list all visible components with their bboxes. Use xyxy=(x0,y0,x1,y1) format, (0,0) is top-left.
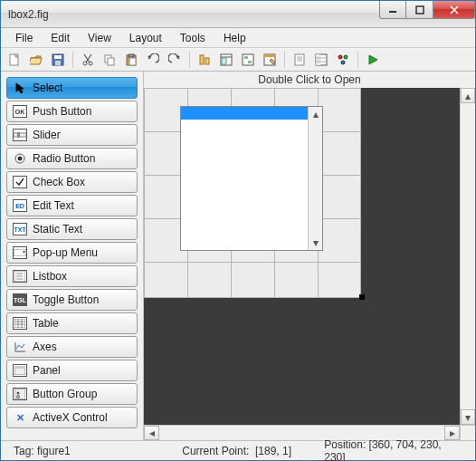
svg-point-33 xyxy=(341,61,345,64)
palette-activex[interactable]: ✕ ActiveX Control xyxy=(6,407,138,428)
align-button[interactable] xyxy=(195,51,214,69)
palette-axes[interactable]: Axes xyxy=(6,336,138,358)
palette-label: Radio Button xyxy=(33,152,95,165)
run-icon xyxy=(367,53,379,66)
scroll-track[interactable] xyxy=(461,103,475,409)
property-inspector-button[interactable] xyxy=(311,51,331,69)
menu-view[interactable]: View xyxy=(79,30,120,46)
paste-button[interactable] xyxy=(121,51,141,69)
palette-label: Push Button xyxy=(33,105,91,118)
palette-check-box[interactable]: Check Box xyxy=(6,171,138,193)
palette-radio-button[interactable]: Radio Button xyxy=(6,148,138,169)
palette-edit-text[interactable]: ED Edit Text xyxy=(6,195,138,216)
scroll-track[interactable] xyxy=(309,121,322,235)
separator xyxy=(189,52,190,68)
palette-label: Select xyxy=(33,82,62,94)
svg-rect-35 xyxy=(17,132,20,138)
undo-button[interactable] xyxy=(143,51,163,69)
edit-text-icon: ED xyxy=(13,199,27,212)
menu-tools[interactable]: Tools xyxy=(171,30,214,46)
palette-label: Button Group xyxy=(33,388,97,400)
object-browser-button[interactable] xyxy=(333,51,353,69)
separator xyxy=(72,52,73,68)
palette-toggle-button[interactable]: TGL Toggle Button xyxy=(6,289,138,311)
menu-file[interactable]: File xyxy=(6,30,42,46)
menu-editor-button[interactable] xyxy=(216,51,236,69)
save-icon xyxy=(52,53,64,66)
palette-button-group[interactable]: Button Group xyxy=(6,383,138,405)
tab-order-button[interactable] xyxy=(238,51,258,69)
menu-editor-icon xyxy=(220,53,233,66)
app-window: lbox2.fig File Edit View Layout Tools He… xyxy=(0,0,476,461)
svg-rect-18 xyxy=(243,54,253,65)
window-buttons xyxy=(379,1,475,27)
menu-help[interactable]: Help xyxy=(214,30,255,46)
checkbox-icon xyxy=(13,176,27,188)
tag-label: Tag: xyxy=(14,445,34,457)
palette-push-button[interactable]: OK Push Button xyxy=(6,101,138,122)
separator xyxy=(357,52,358,68)
minimize-button[interactable] xyxy=(379,1,406,19)
maximize-button[interactable] xyxy=(406,1,433,19)
palette-label: Table xyxy=(33,317,59,330)
object-browser-icon xyxy=(337,53,349,66)
arrow-left-icon[interactable]: ◂ xyxy=(144,426,159,440)
figure-grid[interactable]: ▴ ▾ xyxy=(144,88,361,298)
svg-point-51 xyxy=(17,392,20,395)
menu-edit[interactable]: Edit xyxy=(42,30,79,46)
svg-rect-9 xyxy=(108,58,114,65)
menu-layout[interactable]: Layout xyxy=(120,30,171,46)
panel-icon xyxy=(13,364,27,377)
arrow-up-icon[interactable]: ▴ xyxy=(461,88,475,103)
window-title: lbox2.fig xyxy=(8,8,379,21)
svg-point-32 xyxy=(344,55,347,59)
save-button[interactable] xyxy=(48,51,68,69)
static-text-icon: TXT xyxy=(13,223,27,235)
canvas-row: ▴ ▾ ▴ ▾ xyxy=(144,88,475,425)
maximize-icon xyxy=(415,5,424,14)
body: Select OK Push Button Slider Radio Butto… xyxy=(1,72,475,440)
popup-icon xyxy=(13,246,27,259)
copy-button[interactable] xyxy=(100,51,119,69)
cut-button[interactable] xyxy=(78,51,98,69)
redo-button[interactable] xyxy=(165,51,185,69)
palette-static-text[interactable]: TXT Static Text xyxy=(6,218,138,240)
new-button[interactable] xyxy=(5,51,24,69)
button-group-icon xyxy=(13,388,27,400)
run-button[interactable] xyxy=(363,51,383,69)
palette-select[interactable]: Select xyxy=(6,77,138,99)
palette-panel[interactable]: Panel xyxy=(6,360,138,381)
editor-button[interactable] xyxy=(290,51,309,69)
toolbar-editor-icon xyxy=(263,53,276,66)
open-button[interactable] xyxy=(26,51,46,69)
canvas[interactable]: ▴ ▾ xyxy=(144,88,460,425)
toolbar xyxy=(1,48,475,72)
svg-rect-14 xyxy=(205,58,209,64)
palette-label: Edit Text xyxy=(33,199,74,212)
push-button-icon: OK xyxy=(13,105,27,118)
palette-label: Listbox xyxy=(33,270,67,283)
palette-label: Axes xyxy=(33,341,57,353)
palette-popup-menu[interactable]: Pop-up Menu xyxy=(6,242,138,264)
palette-label: Pop-up Menu xyxy=(33,246,98,259)
vertical-scrollbar[interactable]: ▴ ▾ xyxy=(460,88,475,425)
table-icon xyxy=(13,317,27,330)
toolbar-editor-button[interactable] xyxy=(260,51,280,69)
listbox-scrollbar[interactable]: ▴ ▾ xyxy=(308,107,322,250)
resize-handle[interactable] xyxy=(359,294,365,300)
arrow-up-icon[interactable]: ▴ xyxy=(309,107,322,121)
listbox-component[interactable]: ▴ ▾ xyxy=(180,106,323,251)
minimize-icon xyxy=(388,5,397,14)
close-button[interactable] xyxy=(433,1,475,19)
arrow-down-icon[interactable]: ▾ xyxy=(309,235,322,250)
svg-rect-28 xyxy=(316,54,320,65)
svg-point-31 xyxy=(338,55,342,59)
redo-icon xyxy=(168,53,181,66)
svg-rect-1 xyxy=(416,6,424,14)
arrow-down-icon[interactable]: ▾ xyxy=(461,409,475,425)
palette-table[interactable]: Table xyxy=(6,312,138,334)
palette-listbox[interactable]: Listbox xyxy=(6,265,138,287)
canvas-header: Double Click to Open xyxy=(144,72,475,88)
palette-slider[interactable]: Slider xyxy=(6,124,138,146)
tag-value: figure1 xyxy=(37,445,71,457)
